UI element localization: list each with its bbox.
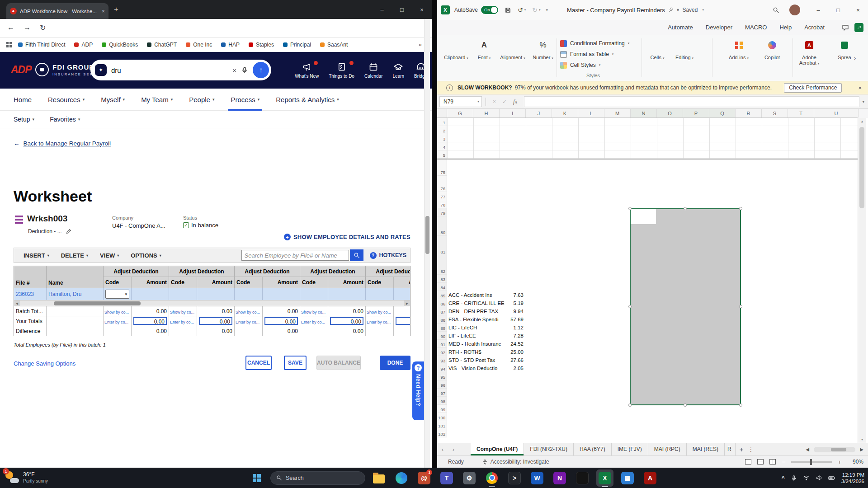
name-box[interactable]: N79 <box>439 96 482 107</box>
deduction-row[interactable]: RTH - ROTH$ 25.00 <box>447 348 526 356</box>
column-header[interactable]: M <box>604 109 631 117</box>
code-cell[interactable] <box>235 288 263 300</box>
nav-my-team[interactable]: My Team <box>141 89 173 111</box>
row-number[interactable]: 88 <box>437 315 447 324</box>
auto-balance-button[interactable]: AUTO BALANCE <box>316 356 361 370</box>
copilot-button[interactable]: Copilot <box>759 38 785 60</box>
resize-handle[interactable] <box>739 305 742 308</box>
quick-link-whats-new[interactable]: What's New <box>295 62 319 79</box>
volume-icon[interactable] <box>816 474 822 481</box>
sheet-tab-active[interactable]: CompOne (U4F) <box>471 443 524 455</box>
comments-icon[interactable] <box>842 24 849 31</box>
deduction-row[interactable]: ACC - Accident Ins 7.63 <box>447 291 526 299</box>
resize-handle[interactable] <box>739 404 742 407</box>
amount-cell[interactable] <box>263 288 300 300</box>
deduction-row[interactable]: VIS - Vision Deductio 2.05 <box>447 364 526 372</box>
column-header[interactable]: H <box>473 109 500 117</box>
formula-expand-caret[interactable] <box>862 99 864 104</box>
onenote-icon[interactable] <box>551 468 569 488</box>
options-menu[interactable]: OPTIONS <box>125 252 167 259</box>
excel-close-button[interactable] <box>848 0 868 20</box>
code-cell[interactable] <box>169 288 197 300</box>
done-button[interactable]: DONE <box>380 356 410 370</box>
bookmark-item[interactable]: ADP <box>74 42 93 48</box>
format-as-table-button[interactable]: Format as Table <box>560 49 613 59</box>
row-number[interactable]: 83 <box>437 275 447 283</box>
acrobat-icon[interactable] <box>641 468 659 488</box>
taskbar-search[interactable]: Search <box>270 471 365 485</box>
scroll-right-arrow[interactable] <box>404 300 410 306</box>
row-number[interactable]: 96 <box>437 380 447 389</box>
ribbon-tab[interactable]: Developer <box>706 24 732 31</box>
active-cell-n79[interactable] <box>631 209 656 224</box>
row-number[interactable]: 77 <box>437 192 447 200</box>
back-to-manage-payroll-link[interactable]: Back to Manage Regular Payroll <box>14 140 111 147</box>
cancel-button[interactable]: CANCEL <box>245 356 272 370</box>
column-header[interactable]: I <box>500 109 526 117</box>
sheet-tab[interactable]: FDI (NR2-TXU) <box>524 443 574 455</box>
edge-icon[interactable] <box>392 468 410 488</box>
document-title-area[interactable]: Master - Company Payroll Reminders Saved <box>567 6 704 14</box>
delete-menu[interactable]: DELETE <box>55 252 94 259</box>
table-horizontal-scrollbar[interactable] <box>14 300 410 306</box>
row-number[interactable]: 4 <box>437 142 447 150</box>
ribbon-tab[interactable]: Automate <box>668 24 693 31</box>
sheet-tab[interactable]: IME (FJV) <box>612 443 648 455</box>
amount-cell[interactable] <box>394 288 410 300</box>
nav-setup[interactable]: Setup <box>14 116 34 123</box>
page-break-view-icon[interactable] <box>769 459 776 465</box>
row-number[interactable]: 102 <box>437 429 447 437</box>
column-header[interactable]: L <box>578 109 604 117</box>
scroll-down-arrow[interactable] <box>858 438 866 441</box>
user-avatar[interactable] <box>789 5 800 15</box>
row-number[interactable]: 101 <box>437 421 447 429</box>
deduction-row[interactable]: LIC - LifeCH 1.12 <box>447 324 526 332</box>
column-header[interactable]: U <box>814 109 859 117</box>
amount-cell[interactable] <box>132 288 169 300</box>
sheet-tab-clipped[interactable]: R <box>725 443 736 455</box>
addins-group-button[interactable]: Add-ins <box>726 38 752 60</box>
column-header[interactable]: S <box>762 109 788 117</box>
sheet-nav-prev[interactable] <box>437 443 448 455</box>
resize-handle[interactable] <box>628 404 632 407</box>
store-icon[interactable] <box>618 468 637 488</box>
resize-handle[interactable] <box>628 207 632 210</box>
save-icon[interactable] <box>505 7 511 14</box>
font-group-button[interactable]: A Font <box>471 38 497 60</box>
adp-logo[interactable]: ADP <box>11 64 32 76</box>
chrome-icon[interactable] <box>483 468 501 488</box>
scrollbar-thumb[interactable] <box>54 301 141 305</box>
column-header[interactable]: Q <box>709 109 736 117</box>
deduction-code-select[interactable] <box>105 290 129 299</box>
row-number[interactable]: 79 <box>437 208 447 216</box>
cells-group-button[interactable]: Cells <box>644 38 670 60</box>
row-number[interactable]: 82 <box>437 255 447 275</box>
adp-search-input[interactable] <box>111 66 228 74</box>
row-number[interactable]: 2 <box>437 126 447 134</box>
quick-link-things-to-do[interactable]: Things to Do <box>329 62 354 79</box>
deduction-row[interactable]: LIF - LifeEE 7.28 <box>447 332 526 340</box>
bookmarks-overflow-icon[interactable] <box>419 41 422 48</box>
qat-customize-caret[interactable] <box>546 8 548 12</box>
column-header[interactable]: O <box>657 109 683 117</box>
row-number[interactable]: 95 <box>437 372 447 380</box>
row-number[interactable]: 91 <box>437 340 447 348</box>
settings-icon[interactable]: ⚙ <box>460 468 478 488</box>
deduction-row[interactable]: FSA - Flexible Spendi 57.69 <box>447 315 526 324</box>
reload-button[interactable] <box>40 23 46 32</box>
row-number[interactable]: 86 <box>437 299 447 307</box>
quick-link-learn[interactable]: Learn <box>393 62 405 79</box>
row-number[interactable]: 75 <box>437 160 447 176</box>
back-button[interactable] <box>7 23 14 32</box>
terminal-icon[interactable] <box>505 468 524 488</box>
row-number[interactable]: 81 <box>437 236 447 255</box>
spreadsheet-grid[interactable]: 12345 7576777879808182838485868788899091… <box>437 118 868 443</box>
excel-search-icon[interactable] <box>773 7 779 14</box>
excel-maximize-button[interactable] <box>828 0 848 20</box>
show-employee-details-link[interactable]: SHOW EMPLOYEE DETAILS AND RATES <box>284 234 410 240</box>
deduction-row[interactable]: CRE - CRITICAL ILL EE 5.19 <box>447 299 526 307</box>
row-number[interactable]: 87 <box>437 307 447 315</box>
hscroll-thumb[interactable] <box>831 448 846 451</box>
scroll-left-arrow[interactable] <box>14 300 20 306</box>
show-by-code-link[interactable]: Show by co... <box>170 310 194 314</box>
